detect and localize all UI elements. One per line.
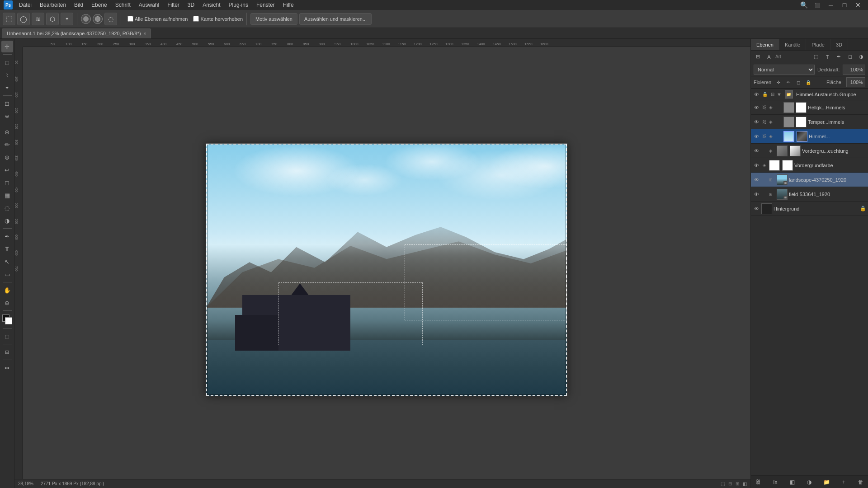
menu-ansicht[interactable]: Ansicht	[199, 1, 224, 9]
layer-vordergrundfarbe[interactable]: 👁 ◈ Vordergrundfarbe	[751, 158, 868, 173]
tool-hand[interactable]: ✋	[1, 284, 13, 296]
menu-schrift[interactable]: Schrift	[112, 1, 134, 9]
tool-polygon-lasso[interactable]: ⬡	[46, 13, 59, 25]
motiv-auswaehlen-button[interactable]: Motiv auswählen	[250, 13, 297, 25]
kante-label[interactable]: Kante hervorheben	[193, 16, 243, 22]
layer-himmel[interactable]: 👁 ⛓ ◈ Himmel...	[751, 129, 868, 144]
tool-stamp[interactable]: ⊜	[1, 151, 13, 163]
layer-icon-2[interactable]: T	[822, 52, 832, 62]
brush-hardness-circle[interactable]	[93, 14, 103, 24]
visibility-himmel[interactable]: 👁	[753, 133, 760, 140]
tool-lasso[interactable]: ≋	[32, 13, 44, 25]
quick-mask-btn[interactable]: ⬚	[1, 330, 13, 342]
color-swatches[interactable]	[2, 314, 12, 324]
alle-ebenen-checkbox[interactable]	[127, 16, 133, 22]
alle-ebenen-label[interactable]: Alle Ebenen aufnehmen	[127, 16, 188, 22]
visibility-landscape[interactable]: 👁	[753, 176, 760, 183]
layer-landscape[interactable]: 👁 ⊞ ⊞ landscape-4370250_1920	[751, 173, 868, 187]
layer-hintergrund[interactable]: 👁 Hintergrund 🔒	[751, 202, 868, 216]
menu-bild[interactable]: Bild	[71, 1, 87, 9]
tool-dodge[interactable]: ◑	[1, 215, 13, 226]
tool-quick-select[interactable]: ✦	[1, 82, 13, 94]
extra-tools-btn[interactable]: •••	[1, 362, 13, 374]
blend-mode-select[interactable]: Normal	[754, 65, 815, 75]
fix-alpha-btn[interactable]: ◻	[794, 78, 802, 86]
tab-pfade[interactable]: Pfade	[806, 39, 830, 50]
tab-kanaele[interactable]: Kanäle	[779, 39, 806, 50]
visibility-hellgk[interactable]: 👁	[753, 104, 760, 111]
canvas-image[interactable]	[206, 143, 567, 396]
tool-lasso-left[interactable]: ⌇	[1, 69, 13, 81]
fix-draw-btn[interactable]: ✏	[784, 78, 793, 86]
tool-crop[interactable]: ⊡	[1, 98, 13, 109]
layer-icon-4[interactable]: ◻	[845, 52, 855, 62]
tool-eyedropper[interactable]: ⊕	[1, 110, 13, 122]
tab-close-button[interactable]: ×	[144, 31, 146, 36]
layer-fx-btn[interactable]: fx	[771, 478, 780, 487]
menu-fenster[interactable]: Fenster	[253, 1, 278, 9]
background-swatch[interactable]	[5, 317, 12, 324]
tool-select-ellipse[interactable]: ◯	[17, 13, 30, 25]
visibility-himmel-group[interactable]: 👁	[753, 91, 760, 98]
fix-all-btn[interactable]: 🔒	[804, 78, 812, 86]
visibility-vordergrundfarbe[interactable]: 👁	[753, 162, 760, 169]
auswaehlen-maskieren-button[interactable]: Auswählen und maskieren...	[299, 13, 372, 25]
layer-icon-1[interactable]: ⬚	[811, 52, 821, 62]
menu-hilfe[interactable]: Hilfe	[279, 1, 297, 9]
screen-mode-btn[interactable]: ⊟	[1, 346, 13, 358]
layer-type-icon[interactable]: A	[764, 52, 774, 62]
tool-brush[interactable]: ✏	[1, 139, 13, 150]
tool-zoom[interactable]: ⊕	[1, 297, 13, 309]
menu-datei[interactable]: Datei	[15, 1, 35, 9]
visibility-field[interactable]: 👁	[753, 191, 760, 198]
tool-spot-heal[interactable]: ⊛	[1, 126, 13, 138]
brush-size-circle[interactable]	[81, 14, 91, 24]
tool-blur[interactable]: ◌	[1, 202, 13, 214]
layer-delete-btn[interactable]: 🗑	[856, 478, 865, 487]
tool-magic-wand[interactable]: ✦	[61, 13, 73, 25]
layer-vordergru[interactable]: 👁 ◈ Vordergru...euchtung	[751, 144, 868, 158]
tool-move[interactable]: ✛	[1, 41, 13, 52]
tool-pen[interactable]: ✒	[1, 230, 13, 242]
visibility-vordergru[interactable]: 👁	[753, 147, 760, 155]
visibility-temper[interactable]: 👁	[753, 118, 760, 126]
tool-eraser[interactable]: ◻	[1, 177, 13, 188]
layer-new-btn[interactable]: +	[839, 478, 848, 487]
tool-select-rect-left[interactable]: ⬚	[1, 56, 13, 68]
layer-mask-btn[interactable]: ◧	[788, 478, 797, 487]
tool-shapes[interactable]: ▭	[1, 268, 13, 280]
visibility-hintergrund[interactable]: 👁	[753, 205, 760, 212]
layer-field[interactable]: 👁 ⊞ ⊞ field-533641_1920	[751, 187, 868, 202]
menu-filter[interactable]: Filter	[164, 1, 183, 9]
opacity-input[interactable]	[843, 65, 865, 75]
layer-hellgk[interactable]: 👁 ⛓ ◈ Hellgk...Himmels	[751, 100, 868, 115]
menu-plugins[interactable]: Plug-ins	[225, 1, 252, 9]
fill-input[interactable]	[846, 77, 865, 87]
tool-path-select[interactable]: ↖	[1, 256, 13, 267]
layer-icon-3[interactable]: ✒	[834, 52, 844, 62]
canvas-viewport[interactable]	[23, 47, 750, 479]
layer-adjustment-btn[interactable]: ◑	[805, 478, 814, 487]
layer-group-btn[interactable]: 📁	[822, 478, 831, 487]
tool-gradient[interactable]: ▦	[1, 189, 13, 201]
tool-select-rect[interactable]: ⬚	[3, 13, 15, 25]
brush-shape[interactable]: ◌	[104, 13, 117, 25]
tab-3d[interactable]: 3D	[830, 39, 848, 50]
layer-group-himmel[interactable]: 👁 🔒 ⊟ ▼ 📁 Himmel-Austausch-Gruppe	[751, 89, 868, 100]
layer-icon-5[interactable]: ◑	[856, 52, 866, 62]
layer-temper[interactable]: 👁 ⛓ ◈ Temper...immels	[751, 115, 868, 129]
layer-link-btn[interactable]: ⛓	[754, 478, 763, 487]
menu-3d[interactable]: 3D	[184, 1, 198, 9]
menu-bearbeiten[interactable]: Bearbeiten	[36, 1, 70, 9]
tool-history-brush[interactable]: ↩	[1, 164, 13, 176]
layer-filter-icon[interactable]: ⊟	[753, 52, 763, 62]
menu-ebene[interactable]: Ebene	[88, 1, 111, 9]
group-chevron[interactable]: ▼	[777, 92, 782, 97]
tab-ebenen[interactable]: Ebenen	[751, 39, 779, 50]
tool-text[interactable]: T	[1, 243, 13, 255]
layer-panel-toolbar: ⊟ A Art ⬚ T ✒ ◻ ◑	[751, 51, 868, 63]
kante-checkbox[interactable]	[193, 16, 199, 22]
menu-auswahl[interactable]: Auswahl	[135, 1, 163, 9]
fix-pos-btn[interactable]: ✛	[774, 78, 783, 86]
document-tab[interactable]: Unbenannt-1 bei 38,2% (landscape-4370250…	[2, 28, 151, 38]
